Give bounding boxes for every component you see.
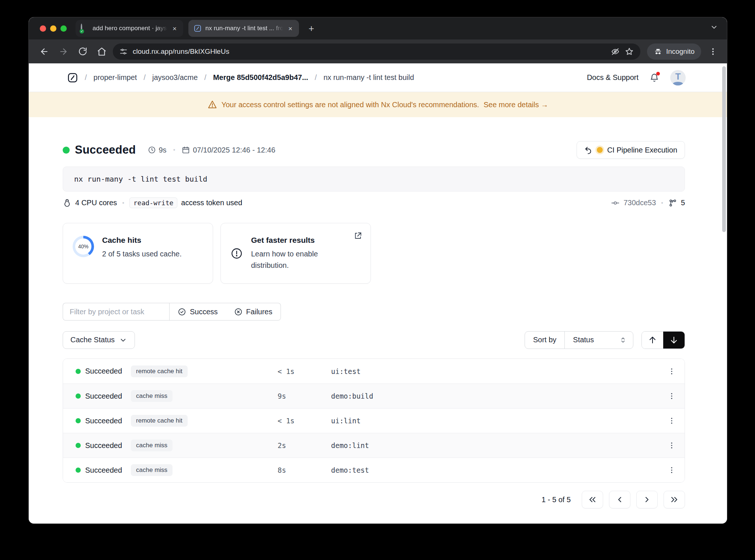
cache-hits-percent: 40% xyxy=(78,244,88,249)
external-link-icon[interactable] xyxy=(354,231,362,240)
incognito-label: Incognito xyxy=(666,48,695,56)
minimize-window-button[interactable] xyxy=(50,25,56,32)
github-favicon: ✓ xyxy=(81,24,89,32)
row-task[interactable]: ui:test xyxy=(331,367,659,375)
status-dot xyxy=(76,393,81,399)
arrow-up-icon xyxy=(648,336,657,344)
check-circle-icon xyxy=(178,308,186,316)
faster-results-line2: distribution. xyxy=(251,261,289,269)
row-task[interactable]: demo:test xyxy=(331,466,659,474)
commit-icon xyxy=(611,199,620,207)
warning-triangle-icon xyxy=(208,100,217,109)
row-menu-icon[interactable] xyxy=(659,392,685,400)
cache-badge: cache miss xyxy=(131,464,173,476)
get-faster-results-card[interactable]: Get faster results Learn how to enable d… xyxy=(220,223,371,284)
sort-by-select[interactable]: Status xyxy=(565,332,633,349)
row-menu-icon[interactable] xyxy=(659,417,685,425)
docs-support-link[interactable]: Docs & Support xyxy=(587,73,639,82)
chevron-down-icon xyxy=(119,336,127,344)
faster-results-title: Get faster results xyxy=(251,236,318,245)
breadcrumb-workspace[interactable]: proper-limpet xyxy=(94,73,137,82)
row-task[interactable]: demo:lint xyxy=(331,441,659,449)
sort-by-control: Sort by Status xyxy=(525,331,633,349)
close-tab-icon[interactable]: × xyxy=(287,24,294,33)
sort-descending-button[interactable] xyxy=(663,332,685,349)
forward-button[interactable] xyxy=(55,43,72,60)
row-duration: < 1s xyxy=(278,367,331,375)
pagination: 1 - 5 of 5 xyxy=(63,491,685,508)
cache-status-dropdown[interactable]: Cache Status xyxy=(63,331,135,349)
filter-success-button[interactable]: Success xyxy=(169,303,226,321)
run-status-title: Succeeded xyxy=(75,143,136,157)
site-settings-icon[interactable] xyxy=(119,48,128,56)
breadcrumb-repo[interactable]: jaysoo3/acme xyxy=(152,73,198,82)
banner-details-link[interactable]: See more details → xyxy=(484,101,549,109)
table-row[interactable]: Succeededcache miss 2s demo:lint xyxy=(63,433,685,458)
row-task[interactable]: ui:lint xyxy=(331,417,659,425)
table-row[interactable]: Succeededremote cache hit < 1s ui:lint xyxy=(63,408,685,433)
double-chevron-right-icon xyxy=(670,495,679,504)
nx-cloud-page: / proper-limpet / jaysoo3/acme / Merge 8… xyxy=(29,63,727,524)
new-tab-button[interactable]: + xyxy=(306,23,317,34)
breadcrumb-separator: / xyxy=(143,73,146,82)
row-menu-icon[interactable] xyxy=(659,466,685,474)
filter-failures-button[interactable]: Failures xyxy=(226,303,281,321)
breadcrumb: / proper-limpet / jaysoo3/acme / Merge 8… xyxy=(67,72,414,83)
site-header: / proper-limpet / jaysoo3/acme / Merge 8… xyxy=(29,63,727,92)
prev-page-button[interactable] xyxy=(609,491,630,508)
task-filter-input[interactable] xyxy=(63,303,169,321)
ci-pipeline-execution-button[interactable]: CI Pipeline Execution xyxy=(577,141,685,159)
dot-separator: • xyxy=(661,200,663,206)
tab-search-chevron-icon[interactable] xyxy=(710,23,718,31)
row-menu-icon[interactable] xyxy=(659,441,685,449)
row-duration: 9s xyxy=(278,392,331,400)
table-row[interactable]: Succeededremote cache hit < 1s ui:test xyxy=(63,359,685,384)
browser-tab-bar: ✓ add hero component · jaysoo3 × nx run-… xyxy=(29,17,727,39)
nx-logo-icon[interactable] xyxy=(67,72,78,83)
task-filter-row: Success Failures xyxy=(63,303,281,321)
browser-menu-icon[interactable] xyxy=(706,47,720,56)
breadcrumb-separator: / xyxy=(85,73,87,82)
bookmark-star-icon[interactable] xyxy=(625,47,634,56)
tasks-table: Succeededremote cache hit < 1s ui:test S… xyxy=(63,358,685,483)
avatar-arc xyxy=(673,82,683,85)
next-page-button[interactable] xyxy=(636,491,658,508)
sort-row: Cache Status Sort by Status xyxy=(63,331,685,349)
incognito-badge: Incognito xyxy=(647,43,701,60)
table-row[interactable]: Succeededcache miss 8s demo:test xyxy=(63,458,685,482)
tab-nx-run[interactable]: nx run-many -t lint test ... fro × xyxy=(188,20,299,37)
zoom-window-button[interactable] xyxy=(60,25,67,32)
run-date-range: 07/10/2025 12:46 - 12:46 xyxy=(182,146,275,154)
close-tab-icon[interactable]: × xyxy=(171,24,178,33)
first-page-button[interactable] xyxy=(582,491,603,508)
cache-badge: cache miss xyxy=(131,440,173,451)
nx-favicon xyxy=(194,24,202,32)
sort-ascending-button[interactable] xyxy=(642,332,663,349)
address-bar[interactable]: cloud.nx.app/runs/BkIXGHleUs xyxy=(113,43,640,60)
commit-sha[interactable]: 730dce53 xyxy=(623,199,656,207)
incognito-icon xyxy=(654,47,662,56)
banner-text: Your access control settings are not ali… xyxy=(222,101,479,109)
notifications-bell-icon[interactable] xyxy=(650,73,659,83)
breadcrumb-cipe[interactable]: Merge 85d500f42d5a9b47... xyxy=(213,73,308,82)
row-task[interactable]: demo:build xyxy=(331,392,659,400)
pagination-range: 1 - 5 of 5 xyxy=(542,496,571,504)
close-window-button[interactable] xyxy=(40,25,46,32)
run-detail-main: Succeeded 9s • 07/10/2025 12:46 - 12:46 … xyxy=(29,117,727,524)
home-button[interactable] xyxy=(94,43,110,60)
reload-button[interactable] xyxy=(74,43,91,60)
last-page-button[interactable] xyxy=(664,491,685,508)
eye-off-icon[interactable] xyxy=(611,47,620,56)
page-scrollbar[interactable] xyxy=(722,66,726,232)
cache-hits-title: Cache hits xyxy=(102,236,182,245)
tab-github-pr[interactable]: ✓ add hero component · jaysoo3 × xyxy=(76,20,183,37)
cache-hits-card[interactable]: 40% Cache hits 2 of 5 tasks used cache. xyxy=(63,223,213,284)
row-menu-icon[interactable] xyxy=(659,367,685,375)
git-graph-icon xyxy=(668,199,677,207)
avatar[interactable]: T xyxy=(670,70,686,85)
cache-badge: cache miss xyxy=(131,390,173,402)
breadcrumb-run[interactable]: nx run-many -t lint test build xyxy=(323,73,414,82)
back-button[interactable] xyxy=(36,43,52,60)
sort-by-label: Sort by xyxy=(525,332,565,349)
table-row[interactable]: Succeededcache miss 9s demo:build xyxy=(63,384,685,408)
